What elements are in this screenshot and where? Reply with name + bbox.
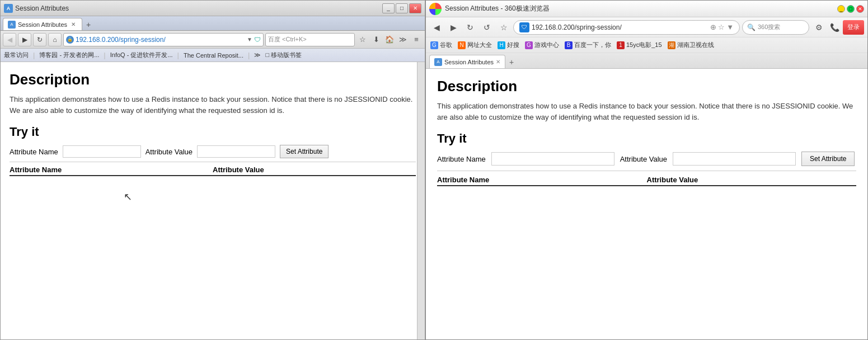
left-bookmark-cnblogs[interactable]: 博客园 - 开发者的网... — [39, 51, 99, 59]
right-divider — [437, 171, 856, 171]
right-back-btn[interactable]: ◀ — [429, 20, 444, 35]
left-bookmark-frequent[interactable]: 最常访问 — [4, 51, 29, 59]
left-title-text: Session Attributes — [15, 4, 380, 12]
left-download-btn[interactable]: ⬇ — [370, 33, 382, 46]
right-attr-value-label: Attribute Value — [620, 155, 667, 163]
right-nav-bar: ◀ ▶ ↻ ↺ ☆ 🛡 192.168.0.200/spring-session… — [426, 17, 867, 37]
left-address-lock-icon: 🔒 — [66, 36, 74, 44]
left-attr-name-input[interactable] — [63, 145, 141, 158]
left-bookmark-central[interactable]: The Central Reposit... — [184, 52, 243, 59]
left-forward-btn[interactable]: ▶ — [18, 33, 31, 46]
right-extra-btns: ⚙ 📞 登录 — [811, 20, 864, 35]
left-more-btn[interactable]: ≫ — [397, 33, 409, 46]
right-maximize-btn[interactable]: □ — [847, 5, 855, 13]
left-description-heading: Description — [10, 71, 416, 88]
right-address-text: 192.168.0.200/spring-session/ — [532, 23, 708, 31]
left-shield-icon: 🛡 — [254, 36, 261, 44]
right-title-bar: Session Attributes - 360极速浏览器 _ □ ✕ — [426, 1, 867, 17]
right-add-to-bar-btn[interactable]: ☆ — [496, 20, 511, 35]
right-description-heading: Description — [437, 78, 856, 95]
left-title-bar: A Session Attributes _ □ ✕ — [1, 1, 425, 16]
left-maximize-btn[interactable]: □ — [396, 3, 408, 13]
right-15yc-label: 15yc电影_15 — [626, 41, 662, 49]
right-tab-bar: A Session Attributes ✕ + — [426, 53, 867, 69]
left-back-btn[interactable]: ◀ — [3, 33, 16, 46]
left-address-text: 192.168.0.200/spring-session/ — [76, 36, 245, 44]
right-bookmark-haosou[interactable]: H 好搜 — [498, 41, 519, 49]
right-hunan-icon: 湖 — [668, 41, 675, 49]
right-attr-value-input[interactable] — [673, 152, 796, 166]
right-haosou-icon: H — [498, 41, 505, 49]
right-refresh2-btn[interactable]: ↺ — [480, 20, 494, 35]
right-baidu-label: 百度一下，你 — [574, 41, 611, 49]
right-urls-label: 网址大全 — [467, 41, 492, 49]
left-star-btn[interactable]: ☆ — [356, 33, 369, 46]
left-address-bar[interactable]: 🔒 192.168.0.200/spring-session/ ▼ 🛡 — [63, 33, 264, 46]
right-tab-close[interactable]: ✕ — [496, 59, 500, 65]
left-minimize-btn[interactable]: _ — [382, 3, 395, 13]
left-tab-label: Session Attributes — [18, 21, 67, 28]
left-attr-value-input[interactable] — [197, 145, 275, 158]
right-try-it-heading: Try it — [437, 131, 856, 146]
right-game-label: 游戏中心 — [534, 41, 559, 49]
left-browser-window: A Session Attributes _ □ ✕ A Session Att… — [0, 0, 425, 340]
left-close-btn[interactable]: ✕ — [409, 3, 421, 13]
left-page-content: Description This application demonstrate… — [1, 62, 425, 339]
right-search-bar[interactable]: 🔍 360搜索 — [742, 20, 809, 35]
right-description-text: This application demonstrates how to use… — [437, 101, 856, 122]
left-home-btn[interactable]: ⌂ — [48, 33, 62, 46]
right-minimize-btn[interactable]: _ — [837, 5, 845, 13]
left-refresh-btn[interactable]: ↻ — [33, 33, 46, 46]
right-attr-name-input[interactable] — [491, 152, 614, 166]
left-scrollbar[interactable] — [417, 62, 425, 339]
right-addr-dropdown-icon[interactable]: ▼ — [726, 23, 734, 31]
right-forward-btn[interactable]: ▶ — [446, 20, 461, 35]
left-address-dropdown[interactable]: ▼ — [247, 36, 252, 42]
left-description-text: This application demonstrates how to use… — [10, 94, 416, 116]
right-bookmark-google[interactable]: G 谷歌 — [430, 41, 452, 49]
right-new-tab-btn[interactable]: + — [505, 56, 518, 68]
right-bookmarks-bar: G 谷歌 N 网址大全 H 好搜 G 游戏中心 B 百度一下，你 1 15yc电… — [426, 37, 867, 53]
left-home-tool-btn[interactable]: 🏠 — [383, 33, 396, 46]
right-form-row: Attribute Name Attribute Value Set Attri… — [437, 152, 856, 166]
right-bookmark-urls[interactable]: N 网址大全 — [458, 41, 492, 49]
left-menu-btn[interactable]: ≡ — [410, 33, 423, 46]
left-nav-tools: ☆ ⬇ 🏠 ≫ ≡ — [356, 33, 423, 46]
right-address-bar[interactable]: 🛡 192.168.0.200/spring-session/ ⊕ ☆ ▼ — [513, 20, 740, 35]
left-tab-bar: A Session Attributes ✕ + — [1, 16, 425, 31]
right-title-text: Session Attributes - 360极速浏览器 — [445, 4, 834, 13]
right-close-btn[interactable]: ✕ — [856, 5, 864, 13]
left-attr-value-label: Attribute Value — [146, 148, 193, 156]
right-table-col1: Attribute Name — [437, 176, 647, 184]
left-tab-close[interactable]: ✕ — [69, 21, 77, 29]
right-phone-btn[interactable]: 📞 — [827, 20, 842, 35]
right-tab-session[interactable]: A Session Attributes ✕ — [429, 55, 505, 68]
right-haosou-label: 好搜 — [507, 41, 519, 49]
left-search-bar[interactable]: 百度 <Ctrl+K> — [265, 33, 355, 46]
left-table-header: Attribute Name Attribute Value — [10, 166, 416, 176]
right-360-logo — [429, 3, 442, 15]
right-refresh1-btn[interactable]: ↻ — [463, 20, 477, 35]
right-bookmark-game[interactable]: G 游戏中心 — [525, 41, 559, 49]
right-google-icon: G — [430, 41, 438, 49]
left-tab-session[interactable]: A Session Attributes ✕ — [3, 18, 82, 30]
right-addr-star-icon[interactable]: ☆ — [718, 23, 725, 31]
left-new-tab-btn[interactable]: + — [82, 19, 95, 30]
left-bookmark-infoq[interactable]: InfoQ - 促进软件开发... — [110, 51, 173, 59]
left-attr-name-label: Attribute Name — [10, 148, 58, 156]
right-bookmark-15yc[interactable]: 1 15yc电影_15 — [617, 41, 662, 49]
right-red-btn[interactable]: 登录 — [843, 20, 864, 35]
left-bookmark-mobile[interactable]: □ 移动版书签 — [265, 51, 302, 59]
right-bookmark-baidu[interactable]: B 百度一下，你 — [565, 41, 611, 49]
right-table-header: Attribute Name Attribute Value — [437, 176, 856, 186]
left-set-attribute-btn[interactable]: Set Attribute — [280, 145, 329, 158]
right-addr-rss-icon[interactable]: ⊕ — [710, 23, 716, 31]
right-bookmark-hunan[interactable]: 湖 湖南卫视在线 — [668, 41, 714, 49]
left-bookmark-more[interactable]: ≫ — [254, 51, 261, 59]
left-window-controls: _ □ ✕ — [382, 3, 421, 13]
right-set-attribute-btn[interactable]: Set Attribute — [801, 152, 855, 166]
right-attr-name-label: Attribute Name — [437, 155, 486, 163]
right-tab-favicon: A — [434, 58, 442, 66]
right-page-content: Description This application demonstrate… — [426, 69, 867, 339]
right-settings-btn[interactable]: ⚙ — [811, 20, 826, 35]
